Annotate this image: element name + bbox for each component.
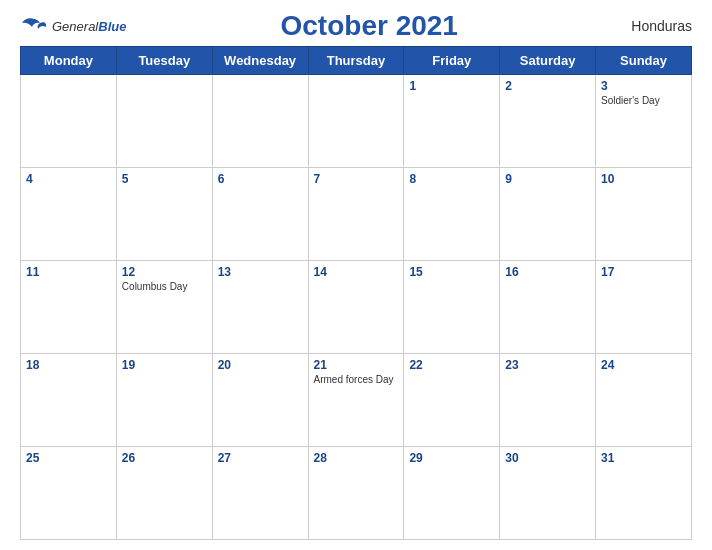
logo-general-text: GeneralBlue (52, 17, 126, 35)
calendar-day-cell: 7 (308, 168, 404, 261)
day-number: 18 (26, 358, 111, 372)
day-number: 4 (26, 172, 111, 186)
day-number: 17 (601, 265, 686, 279)
calendar-day-cell: 19 (116, 354, 212, 447)
calendar-day-cell: 29 (404, 447, 500, 540)
day-number: 14 (314, 265, 399, 279)
day-number: 21 (314, 358, 399, 372)
day-number: 25 (26, 451, 111, 465)
day-number: 5 (122, 172, 207, 186)
calendar-day-cell: 9 (500, 168, 596, 261)
calendar-day-cell: 8 (404, 168, 500, 261)
day-number: 15 (409, 265, 494, 279)
calendar-day-cell: 3Soldier's Day (596, 75, 692, 168)
day-number: 22 (409, 358, 494, 372)
calendar-day-cell: 25 (21, 447, 117, 540)
calendar-table: Monday Tuesday Wednesday Thursday Friday… (20, 46, 692, 540)
day-number: 3 (601, 79, 686, 93)
calendar-day-cell: 23 (500, 354, 596, 447)
calendar-body: 123Soldier's Day456789101112Columbus Day… (21, 75, 692, 540)
calendar-day-cell: 17 (596, 261, 692, 354)
holiday-name: Soldier's Day (601, 95, 686, 107)
day-number: 28 (314, 451, 399, 465)
calendar-day-cell: 31 (596, 447, 692, 540)
day-number: 31 (601, 451, 686, 465)
day-number: 13 (218, 265, 303, 279)
calendar-day-cell: 16 (500, 261, 596, 354)
calendar-day-cell: 2 (500, 75, 596, 168)
calendar-day-cell: 18 (21, 354, 117, 447)
calendar-day-cell: 30 (500, 447, 596, 540)
day-number: 26 (122, 451, 207, 465)
calendar-week-row: 25262728293031 (21, 447, 692, 540)
day-number: 30 (505, 451, 590, 465)
calendar-day-cell: 24 (596, 354, 692, 447)
weekday-header-row: Monday Tuesday Wednesday Thursday Friday… (21, 47, 692, 75)
calendar-day-cell: 22 (404, 354, 500, 447)
day-number: 19 (122, 358, 207, 372)
day-number: 8 (409, 172, 494, 186)
calendar-day-cell: 21Armed forces Day (308, 354, 404, 447)
header-wednesday: Wednesday (212, 47, 308, 75)
header-monday: Monday (21, 47, 117, 75)
day-number: 23 (505, 358, 590, 372)
day-number: 7 (314, 172, 399, 186)
calendar-day-cell: 28 (308, 447, 404, 540)
logo: GeneralBlue (20, 15, 126, 37)
calendar-day-cell: 13 (212, 261, 308, 354)
calendar-day-cell: 14 (308, 261, 404, 354)
calendar-day-cell: 4 (21, 168, 117, 261)
day-number: 11 (26, 265, 111, 279)
day-number: 6 (218, 172, 303, 186)
calendar-day-cell (308, 75, 404, 168)
calendar-header: GeneralBlue October 2021 Honduras (20, 10, 692, 42)
day-number: 24 (601, 358, 686, 372)
calendar-day-cell (116, 75, 212, 168)
header-friday: Friday (404, 47, 500, 75)
holiday-name: Columbus Day (122, 281, 207, 293)
day-number: 2 (505, 79, 590, 93)
calendar-week-row: 45678910 (21, 168, 692, 261)
day-number: 29 (409, 451, 494, 465)
day-number: 1 (409, 79, 494, 93)
day-number: 9 (505, 172, 590, 186)
calendar-day-cell: 5 (116, 168, 212, 261)
calendar-day-cell: 27 (212, 447, 308, 540)
header-sunday: Sunday (596, 47, 692, 75)
header-saturday: Saturday (500, 47, 596, 75)
calendar-day-cell: 11 (21, 261, 117, 354)
day-number: 10 (601, 172, 686, 186)
day-number: 16 (505, 265, 590, 279)
header-tuesday: Tuesday (116, 47, 212, 75)
calendar-week-row: 18192021Armed forces Day222324 (21, 354, 692, 447)
calendar-title: October 2021 (126, 10, 612, 42)
calendar-day-cell: 26 (116, 447, 212, 540)
calendar-week-row: 123Soldier's Day (21, 75, 692, 168)
calendar-day-cell: 20 (212, 354, 308, 447)
header-thursday: Thursday (308, 47, 404, 75)
calendar-day-cell (21, 75, 117, 168)
calendar-day-cell: 6 (212, 168, 308, 261)
calendar-day-cell: 12Columbus Day (116, 261, 212, 354)
day-number: 27 (218, 451, 303, 465)
calendar-day-cell: 10 (596, 168, 692, 261)
calendar-day-cell: 1 (404, 75, 500, 168)
day-number: 20 (218, 358, 303, 372)
day-number: 12 (122, 265, 207, 279)
country-name: Honduras (612, 18, 692, 34)
holiday-name: Armed forces Day (314, 374, 399, 386)
logo-bird-icon (20, 15, 48, 37)
calendar-week-row: 1112Columbus Day1314151617 (21, 261, 692, 354)
calendar-day-cell (212, 75, 308, 168)
calendar-day-cell: 15 (404, 261, 500, 354)
